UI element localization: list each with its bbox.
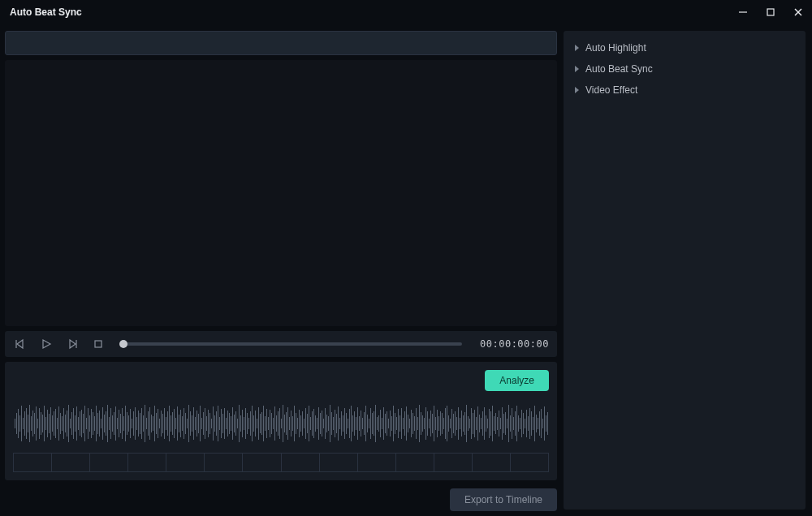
waveform-bar <box>141 408 142 438</box>
waveform-bar <box>222 414 223 433</box>
waveform-bar <box>505 412 506 435</box>
waveform-bar <box>50 407 51 440</box>
waveform-bar <box>110 408 111 438</box>
waveform-bar <box>180 410 181 436</box>
waveform-bar <box>490 411 491 435</box>
audio-waveform[interactable] <box>13 398 549 449</box>
stop-button[interactable] <box>91 337 106 351</box>
waveform-bar <box>179 415 179 432</box>
waveform-bar <box>500 418 501 429</box>
waveform-bar <box>315 415 316 431</box>
waveform-bar <box>60 413 61 434</box>
waveform-bar <box>31 416 32 431</box>
svg-rect-1 <box>767 9 774 15</box>
step-back-button[interactable] <box>13 337 28 351</box>
waveform-bar <box>429 419 430 429</box>
waveform-bar <box>533 417 533 430</box>
waveform-bar <box>89 415 90 432</box>
waveform-bar <box>370 408 371 438</box>
video-preview <box>5 60 557 326</box>
waveform-bar <box>400 415 400 432</box>
waveform-bar <box>330 405 330 442</box>
waveform-bar <box>469 419 470 429</box>
analyze-button[interactable]: Analyze <box>485 370 549 391</box>
titlebar: Auto Beat Sync <box>0 0 812 24</box>
timeline-ruler[interactable] <box>13 453 549 472</box>
waveform-bar <box>145 405 145 442</box>
main-area: 00:00:00:00 Analyze Export to Timeline A… <box>0 24 812 516</box>
waveform-bar <box>458 407 459 441</box>
waveform-bar <box>339 418 340 429</box>
waveform-panel: Analyze <box>5 362 557 480</box>
svg-marker-4 <box>17 340 23 348</box>
ruler-segment <box>166 454 205 471</box>
waveform-bar <box>112 415 113 431</box>
scrubber-thumb[interactable] <box>119 340 127 348</box>
ruler-segment <box>128 454 166 471</box>
waveform-bar <box>372 413 373 434</box>
waveform-bar <box>417 417 418 430</box>
waveform-bar <box>47 410 48 436</box>
waveform-bar <box>193 407 194 440</box>
waveform-bar <box>542 419 543 429</box>
waveform-bar <box>335 410 335 436</box>
play-button[interactable] <box>39 337 54 351</box>
waveform-bar <box>341 411 342 436</box>
playback-scrubber[interactable] <box>123 342 462 346</box>
waveform-bar <box>518 415 519 431</box>
waveform-bar <box>425 407 426 440</box>
waveform-bar <box>343 415 343 431</box>
waveform-bar <box>432 414 433 432</box>
clip-strip[interactable] <box>5 31 557 55</box>
waveform-bar <box>422 415 423 431</box>
waveform-bar <box>109 417 110 430</box>
sidebar-item-video-effect[interactable]: Video Effect <box>564 80 806 101</box>
waveform-bar <box>297 418 298 429</box>
waveform-bar <box>495 413 496 434</box>
waveform-bar <box>211 419 212 429</box>
export-to-timeline-button[interactable]: Export to Timeline <box>450 488 557 511</box>
waveform-bar <box>499 411 499 436</box>
waveform-bar <box>289 417 290 430</box>
waveform-bar <box>266 409 267 438</box>
step-forward-button[interactable] <box>65 337 80 351</box>
waveform-bar <box>32 411 33 436</box>
waveform-bar <box>67 411 67 436</box>
waveform-bar <box>65 415 66 432</box>
step-forward-icon <box>67 338 78 350</box>
ruler-segment <box>243 454 281 471</box>
close-button[interactable] <box>784 0 812 24</box>
maximize-button[interactable] <box>757 0 784 24</box>
waveform-bar <box>312 411 313 436</box>
waveform-bar <box>539 411 540 436</box>
sidebar-item-auto-beat-sync[interactable]: Auto Beat Sync <box>564 58 806 80</box>
waveform-bar <box>24 411 25 436</box>
waveform-bar <box>172 412 173 435</box>
waveform-bar <box>510 415 511 432</box>
waveform-bar <box>403 418 404 429</box>
waveform-bar <box>133 411 134 436</box>
waveform-bar <box>412 413 413 434</box>
sidebar-item-auto-highlight[interactable]: Auto Highlight <box>564 37 806 58</box>
waveform-bar <box>260 414 261 432</box>
waveform-bar <box>349 409 350 438</box>
waveform-bar <box>34 413 35 434</box>
waveform-bar <box>198 414 199 432</box>
waveform-bar <box>218 406 218 442</box>
waveform-bar <box>430 411 431 436</box>
waveform-bar <box>107 405 108 442</box>
minimize-button[interactable] <box>729 0 757 24</box>
waveform-bar <box>104 415 105 432</box>
waveform-bar <box>169 406 170 442</box>
waveform-bar <box>434 406 434 441</box>
waveform-bar <box>318 407 319 441</box>
waveform-bar <box>197 411 197 436</box>
waveform-bar <box>156 413 157 435</box>
waveform-bar <box>18 409 19 437</box>
waveform-bar <box>450 419 451 429</box>
waveform-bar <box>234 415 235 432</box>
chevron-right-icon <box>575 87 579 93</box>
waveform-bar <box>117 418 118 429</box>
waveform-bar <box>292 416 293 431</box>
waveform-bar <box>229 413 230 435</box>
